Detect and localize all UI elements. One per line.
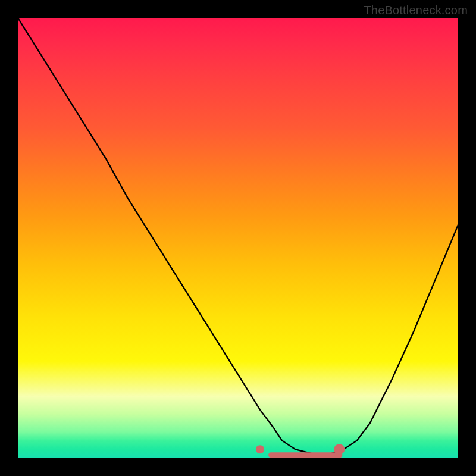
- bottleneck-marker-right: [334, 444, 345, 455]
- plot-area: [18, 18, 458, 458]
- bottleneck-curve-path: [18, 18, 458, 454]
- bottleneck-curve-svg: [18, 18, 458, 458]
- watermark-text: TheBottleneck.com: [364, 4, 468, 17]
- chart-frame: TheBottleneck.com: [0, 0, 476, 476]
- bottleneck-marker-left: [256, 445, 264, 453]
